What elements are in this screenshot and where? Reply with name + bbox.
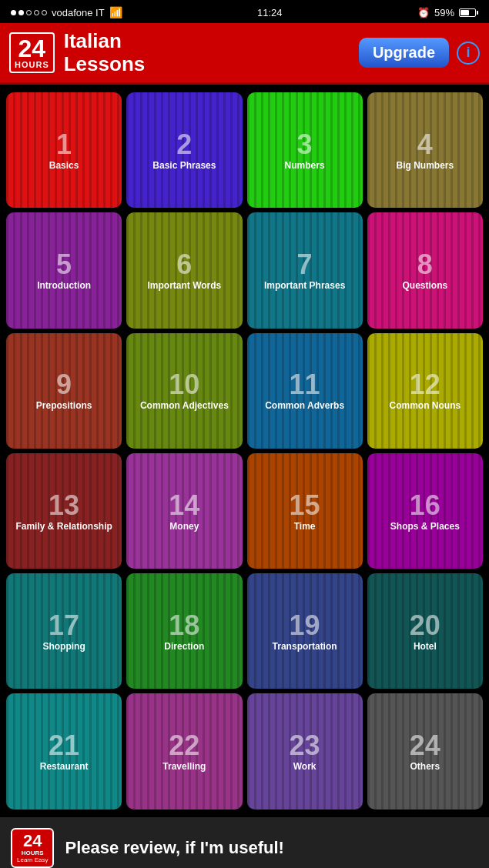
app-title: Italian Lessons (64, 30, 146, 76)
tile-number-19: 19 (290, 612, 320, 639)
tile-number-9: 9 (56, 371, 72, 399)
lesson-tile-1[interactable]: 1Basics (6, 92, 122, 208)
tile-number-16: 16 (410, 492, 440, 519)
tile-number-20: 20 (410, 612, 440, 639)
clock: 11:24 (257, 7, 283, 18)
tile-number-3: 3 (297, 131, 313, 159)
lesson-tile-23[interactable]: 23Work (247, 693, 363, 809)
carrier-name: vodafone IT (52, 7, 105, 18)
lesson-tile-4[interactable]: 4Big Numbers (367, 92, 483, 208)
tile-number-14: 14 (169, 492, 199, 519)
wifi-icon: 📶 (109, 6, 122, 18)
tile-number-4: 4 (417, 131, 433, 159)
lesson-tile-21[interactable]: 21Restaurant (6, 693, 122, 809)
app-logo: 24 HOURS Italian Lessons (9, 30, 145, 76)
tile-label-12: Common Nouns (390, 400, 461, 411)
lesson-tile-5[interactable]: 5Introduction (6, 212, 122, 328)
tile-number-12: 12 (410, 371, 440, 399)
status-bar: vodafone IT 📶 11:24 ⏰ 59% (0, 0, 489, 23)
tile-number-11: 11 (290, 371, 320, 399)
tile-label-22: Travelling (162, 761, 206, 772)
tile-number-22: 22 (169, 732, 199, 760)
lesson-tile-6[interactable]: 6Important Words (126, 212, 242, 328)
lesson-tile-12[interactable]: 12Common Nouns (367, 333, 483, 449)
tile-label-16: Shops & Places (390, 521, 460, 532)
tile-number-2: 2 (176, 131, 192, 159)
tile-label-14: Money (169, 521, 199, 532)
tile-label-1: Basics (49, 160, 79, 171)
tile-number-21: 21 (49, 732, 79, 760)
tile-label-3: Numbers (285, 160, 325, 171)
battery-percent: 59% (434, 7, 454, 18)
tile-label-13: Family & Relationship (15, 521, 112, 532)
dot-1 (11, 10, 16, 15)
tile-number-5: 5 (56, 251, 72, 279)
tile-number-18: 18 (169, 612, 199, 639)
tile-label-24: Others (410, 761, 440, 772)
app-header: 24 HOURS Italian Lessons Upgrade i (0, 23, 489, 85)
tile-label-15: Time (294, 521, 316, 532)
footer-review-text: Please review, if I'm useful! (65, 838, 478, 858)
dot-3 (26, 10, 32, 15)
lesson-tile-13[interactable]: 13Family & Relationship (6, 453, 122, 569)
tile-number-10: 10 (169, 371, 199, 399)
footer-logo-learn: Learn Easy (17, 856, 48, 863)
logo-box: 24 HOURS (9, 32, 55, 73)
lesson-tile-24[interactable]: 24Others (367, 693, 483, 809)
status-left: vodafone IT 📶 (11, 6, 122, 18)
tile-label-10: Common Adjectives (140, 400, 229, 411)
tile-label-6: Important Words (147, 280, 221, 291)
battery-icon (459, 8, 478, 17)
tile-number-23: 23 (290, 732, 320, 760)
title-line2: Lessons (64, 52, 146, 75)
upgrade-button[interactable]: Upgrade (359, 38, 449, 68)
lesson-tile-14[interactable]: 14Money (126, 453, 242, 569)
footer-logo-24: 24 (17, 833, 48, 850)
tile-number-1: 1 (56, 131, 72, 159)
tile-label-4: Big Numbers (397, 160, 454, 171)
lesson-tile-15[interactable]: 15Time (247, 453, 363, 569)
lesson-tile-8[interactable]: 8Questions (367, 212, 483, 328)
tile-number-24: 24 (410, 732, 440, 760)
tile-label-8: Questions (403, 280, 448, 291)
lesson-tile-22[interactable]: 22Travelling (126, 693, 242, 809)
lesson-tile-7[interactable]: 7Important Phrases (247, 212, 363, 328)
lesson-tile-9[interactable]: 9Prepositions (6, 333, 122, 449)
lesson-tile-11[interactable]: 11Common Adverbs (247, 333, 363, 449)
tile-label-18: Direction (164, 641, 204, 652)
footer-logo-hours: HOURS (17, 850, 48, 856)
dot-2 (18, 10, 24, 15)
tile-label-9: Prepositions (36, 400, 92, 411)
tile-label-17: Shopping (42, 641, 85, 652)
tile-label-19: Transportation (273, 641, 337, 652)
lesson-tile-18[interactable]: 18Direction (126, 573, 242, 689)
tile-label-20: Hotel (414, 641, 437, 652)
lesson-tile-16[interactable]: 16Shops & Places (367, 453, 483, 569)
footer: 24 HOURS Learn Easy Please review, if I'… (0, 817, 489, 869)
tile-label-11: Common Adverbs (265, 400, 344, 411)
lesson-tile-3[interactable]: 3Numbers (247, 92, 363, 208)
alarm-icon: ⏰ (417, 7, 430, 18)
lesson-tile-17[interactable]: 17Shopping (6, 573, 122, 689)
tile-number-13: 13 (49, 492, 79, 519)
tile-label-23: Work (293, 761, 317, 772)
tile-number-15: 15 (290, 492, 320, 519)
tile-label-7: Important Phrases (264, 280, 345, 291)
logo-hours: HOURS (15, 61, 49, 69)
header-actions: Upgrade i (359, 38, 480, 68)
info-button[interactable]: i (457, 42, 480, 65)
tile-number-17: 17 (49, 612, 79, 639)
tile-label-5: Introduction (37, 280, 91, 291)
lesson-tile-20[interactable]: 20Hotel (367, 573, 483, 689)
lesson-tile-10[interactable]: 10Common Adjectives (126, 333, 242, 449)
lesson-tile-2[interactable]: 2Basic Phrases (126, 92, 242, 208)
dot-5 (42, 10, 47, 15)
tile-label-21: Restaurant (40, 761, 89, 772)
dot-4 (34, 10, 39, 15)
footer-logo: 24 HOURS Learn Easy (11, 828, 54, 868)
lesson-tile-19[interactable]: 19Transportation (247, 573, 363, 689)
signal-dots (11, 10, 47, 15)
lesson-grid: 1Basics2Basic Phrases3Numbers4Big Number… (0, 85, 489, 817)
tile-number-8: 8 (417, 251, 433, 279)
status-right: ⏰ 59% (417, 7, 478, 18)
